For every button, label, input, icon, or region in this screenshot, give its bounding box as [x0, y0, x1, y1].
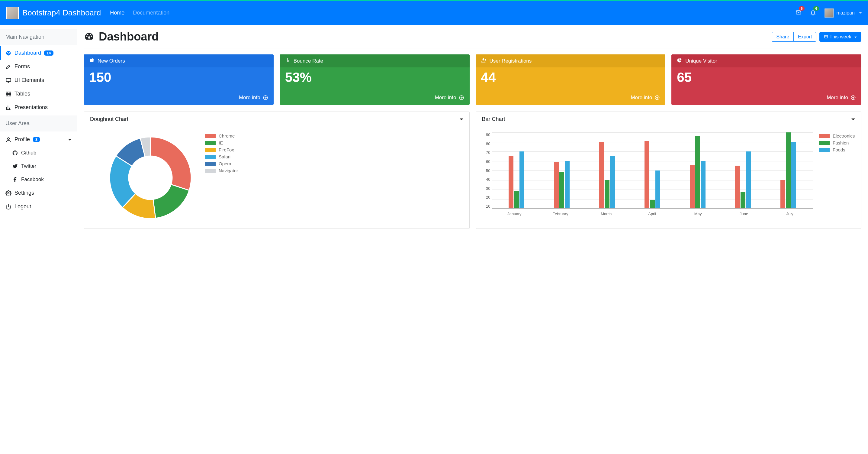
- sidebar-item-twitter[interactable]: Twitter: [0, 160, 77, 173]
- doughnut-card: Doughnut Chart ChromeIEFireFoxSafariOper…: [84, 112, 470, 229]
- legend-item[interactable]: Navigator: [205, 167, 238, 174]
- sidebar-item-label: Facebook: [21, 176, 44, 182]
- bar[interactable]: [554, 162, 559, 208]
- bar[interactable]: [565, 161, 569, 208]
- nav-documentation[interactable]: Documentation: [133, 10, 169, 16]
- sidebar-item-ui-elements[interactable]: UI Elements: [0, 74, 77, 87]
- sidebar-item-label: Tables: [14, 91, 30, 97]
- stat-value: 44: [476, 67, 665, 90]
- bar[interactable]: [695, 136, 700, 208]
- svg-point-7: [8, 192, 9, 194]
- bar[interactable]: [508, 156, 514, 208]
- bar[interactable]: [791, 142, 796, 208]
- legend-item[interactable]: FireFox: [205, 146, 238, 153]
- brand[interactable]: Bootstrap4 Dashboard: [6, 7, 101, 19]
- svg-point-3: [9, 52, 10, 53]
- github-icon: [12, 150, 18, 156]
- bar[interactable]: [520, 151, 524, 208]
- sidebar-item-label: UI Elements: [14, 77, 44, 83]
- share-button[interactable]: Share: [772, 32, 794, 42]
- bar[interactable]: [655, 170, 660, 208]
- legend-item[interactable]: Foods: [819, 146, 855, 153]
- stat-title: Bounce Rate: [293, 58, 323, 64]
- bar[interactable]: [701, 161, 706, 208]
- page-title: Dashboard: [84, 30, 159, 43]
- sidebar-header-main: Main Navigation: [0, 29, 77, 45]
- legend-item[interactable]: Chrome: [205, 133, 238, 139]
- bar[interactable]: [650, 200, 655, 208]
- bar-chart-icon: [5, 105, 11, 111]
- alerts-badge: 6: [813, 6, 819, 10]
- bar[interactable]: [514, 191, 519, 208]
- sidebar-item-forms[interactable]: Forms: [0, 60, 77, 74]
- bar[interactable]: [599, 142, 604, 208]
- bag-icon: [89, 57, 95, 64]
- legend-swatch: [205, 155, 216, 159]
- more-info-link[interactable]: More info: [280, 90, 470, 105]
- chevron-down-icon: [855, 36, 857, 38]
- bar[interactable]: [604, 180, 610, 208]
- legend-item[interactable]: Electronics: [819, 133, 855, 139]
- bar[interactable]: [610, 156, 615, 208]
- svg-point-2: [7, 52, 8, 53]
- sidebar-item-github[interactable]: Github: [0, 146, 77, 160]
- bar[interactable]: [780, 180, 785, 208]
- doughnut-legend: ChromeIEFireFoxSafariOperaNavigator: [205, 133, 238, 174]
- legend-swatch: [819, 141, 830, 145]
- sidebar-item-presentations[interactable]: Presentations: [0, 101, 77, 114]
- legend-swatch: [819, 134, 830, 138]
- legend-swatch: [205, 148, 216, 152]
- stat-title: Unique Visitor: [685, 58, 717, 64]
- topbar: Bootstrap4 Dashboard Home Documentation …: [0, 0, 868, 25]
- brand-title: Bootstrap4 Dashboard: [22, 8, 101, 18]
- sidebar-item-logout[interactable]: Logout: [0, 200, 77, 214]
- bar[interactable]: [746, 151, 751, 208]
- dashboard-icon: [84, 31, 95, 42]
- stat-card: New Orders150More info: [84, 54, 274, 105]
- sidebar-item-facebook[interactable]: Facebook: [0, 173, 77, 186]
- more-info-link[interactable]: More info: [84, 90, 274, 105]
- svg-rect-5: [6, 92, 11, 96]
- bar[interactable]: [786, 133, 791, 208]
- table-icon: [5, 91, 11, 97]
- sidebar-item-label: Forms: [14, 63, 30, 70]
- mail-badge: 6: [799, 6, 804, 10]
- sidebar-item-settings[interactable]: Settings: [0, 186, 77, 200]
- sidebar-item-profile[interactable]: Profile 3: [0, 133, 77, 146]
- bar-card: Bar Chart 908070605040302010 JanuaryFebr…: [476, 112, 862, 229]
- alerts-button[interactable]: 6: [810, 9, 816, 17]
- stat-value: 53%: [280, 67, 470, 90]
- period-dropdown[interactable]: This week: [819, 32, 861, 42]
- card-menu-toggle[interactable]: [851, 118, 855, 120]
- legend-item[interactable]: IE: [205, 139, 238, 146]
- bar-chart: 908070605040302010 JanuaryFebruaryMarchA…: [482, 133, 813, 217]
- legend-item[interactable]: Safari: [205, 153, 238, 160]
- card-menu-toggle[interactable]: [460, 118, 463, 120]
- sidebar-item-tables[interactable]: Tables: [0, 87, 77, 101]
- bar[interactable]: [690, 165, 695, 208]
- export-button[interactable]: Export: [794, 32, 816, 42]
- nav-home[interactable]: Home: [110, 10, 124, 16]
- bar-legend: ElectronicsFashionFoods: [819, 133, 855, 217]
- mail-button[interactable]: 6: [796, 9, 802, 17]
- legend-item[interactable]: Fashion: [819, 139, 855, 146]
- top-nav: Home Documentation: [110, 10, 169, 16]
- charts-row: Doughnut Chart ChromeIEFireFoxSafariOper…: [84, 112, 861, 229]
- bar[interactable]: [559, 172, 564, 208]
- user-menu[interactable]: mazipan: [825, 8, 862, 18]
- legend-item[interactable]: Opera: [205, 160, 238, 167]
- sidebar-item-dashboard[interactable]: Dashboard 14: [0, 46, 77, 60]
- bar[interactable]: [735, 166, 740, 208]
- more-info-link[interactable]: More info: [476, 90, 665, 105]
- bar[interactable]: [645, 141, 649, 208]
- arrow-circle-right-icon: [459, 95, 464, 101]
- chevron-down-icon: [859, 12, 862, 13]
- legend-label: Fashion: [833, 140, 849, 145]
- stats-row: New Orders150More infoBounce Rate53%More…: [84, 54, 861, 105]
- svg-rect-8: [825, 35, 828, 38]
- sidebar-item-label: Profile: [14, 136, 30, 143]
- more-info-link[interactable]: More info: [672, 90, 861, 105]
- pie-icon: [677, 57, 682, 64]
- bar[interactable]: [741, 192, 745, 208]
- card-title: Doughnut Chart: [90, 116, 128, 122]
